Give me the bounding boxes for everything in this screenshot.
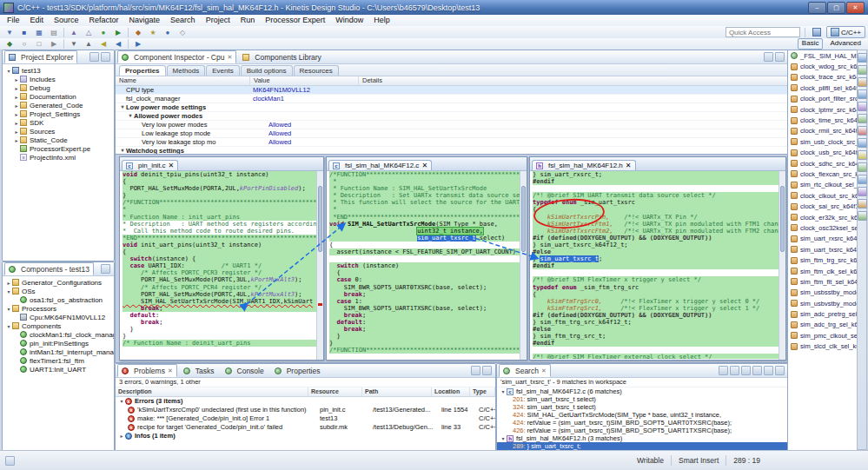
code-line[interactable]: } [329, 333, 520, 340]
search-file-row[interactable]: ▾hfsl_sim_hal_MK64F12.h (3 matches) [497, 434, 788, 442]
components-item[interactable]: UART1:Init_UART [3, 365, 114, 374]
code-line[interactable]: * Call this method code to route desired… [123, 228, 316, 235]
minimize-view-icon[interactable] [764, 52, 773, 62]
code-line[interactable]: SIM_BWR_SOPT5_UART1TXSRC(base, select); [329, 305, 520, 312]
code-line[interactable] [533, 269, 779, 276]
code-line[interactable]: #else [533, 326, 779, 333]
outline-item[interactable]: sim_usbsstby_mode_k64f12_t [788, 288, 857, 298]
components-item[interactable]: ▾OSs [3, 287, 114, 295]
outline-item[interactable]: clock_pllfll_sel_k64f12_t [788, 83, 857, 93]
editor-scrollbar[interactable] [520, 171, 527, 360]
collapsed-twistie-icon[interactable]: ▸ [13, 129, 20, 135]
project-explorer-item[interactable]: ▸Sources [3, 127, 114, 136]
search-match-row[interactable]: 201: sim_uart_txsrc_t select) [497, 395, 788, 403]
code-line[interactable]: { [533, 206, 779, 213]
outline-item[interactable]: clock_sdhc_src_k64f12_t [788, 158, 857, 169]
fast-view-icon-3[interactable] [858, 89, 867, 99]
components-item[interactable]: pin_init:PinSettings [3, 339, 114, 348]
code-line[interactable]: #if (defined(DOXYGEN_OUTPUT) && (DOXYGEN… [533, 312, 779, 319]
build-icon[interactable]: △ [82, 26, 96, 38]
problems-error-row[interactable]: xrecipe for target 'Generated_Code/pin_i… [116, 423, 495, 432]
code-line[interactable]: } sim_uart_txsrc_t; [533, 255, 779, 262]
code-line[interactable]: /*FUNCTION******************************… [329, 347, 520, 354]
tab-console[interactable]: Console [221, 364, 268, 377]
collapsed-twistie-icon[interactable]: ▸ [118, 432, 125, 440]
expanded-twistie-icon[interactable]: ▾ [5, 323, 12, 329]
prev-annotation-icon[interactable]: ▲ [82, 38, 96, 50]
problems-error-row[interactable]: x'kSimUartTxsrcCmp0' undeclared (first u… [116, 406, 495, 414]
outline-item[interactable]: clock_lptmr_src_k64f12_t [788, 104, 857, 115]
project-explorer-item[interactable]: ▸Includes [3, 75, 114, 83]
components-item[interactable]: clockMan1:fsl_clock_manager [3, 330, 114, 339]
expanded-twistie-icon[interactable]: ▾ [500, 435, 507, 441]
fast-view-icon-8[interactable] [858, 150, 867, 160]
code-line[interactable]: } [123, 192, 316, 199]
search-match-row[interactable]: 426: retValue = (sim_uart_txsrc_t)SIM_BR… [497, 427, 788, 434]
pe-components-icon[interactable]: ○ [17, 38, 31, 50]
close-icon[interactable]: ✕ [541, 367, 547, 374]
toggle-mark-occurrences-icon[interactable]: ◇ [176, 26, 189, 38]
search-file-row[interactable]: ▾cfsl_sim_hal_MK64F12.c (6 matches) [497, 387, 788, 395]
inspector-row[interactable]: Very low leakage stop moAllowed [116, 138, 788, 147]
code-line[interactable]: typedef enum _sim_uart_txsrc [533, 199, 779, 206]
code-line[interactable]: PORT_HAL_SetMuxMode(PORTA,2UL,kPortPinDi… [123, 185, 316, 192]
code-line[interactable]: kSimUartTxsrcFtm1, /*!< UARTx_TX pin mod… [533, 221, 779, 228]
collapsed-twistie-icon[interactable]: ▸ [13, 76, 20, 83]
outline-item[interactable]: sim_rtc_clkout_sel_k64f12_t [788, 180, 857, 190]
code-line[interactable]: case UART1_IDX: /* UART1 */ [123, 262, 316, 269]
advanced-mode-button[interactable]: Advanced [825, 38, 865, 50]
code-line[interactable]: typedef enum _sim_ftm_trg_src [533, 284, 779, 291]
view-menu-icon[interactable] [482, 366, 492, 375]
previous-match-icon[interactable] [764, 366, 773, 375]
code-line[interactable]: /* Affects PORTC_PCR3 register */ [123, 269, 316, 276]
inspector-row[interactable]: Low leakage stop modeAllowed [116, 129, 788, 138]
code-line[interactable] [329, 255, 520, 262]
expanded-twistie-icon[interactable]: ▾ [5, 306, 12, 312]
code-line[interactable]: kSimUartTxsrcPin, /*!< UARTx_TX Pin */ [533, 214, 779, 221]
collapsed-twistie-icon[interactable]: ▸ [13, 111, 20, 117]
project-explorer-tab[interactable]: Project Explorer [4, 50, 77, 63]
scrollbar-thumb[interactable] [521, 186, 526, 252]
project-explorer-item[interactable]: ▸Documentation [3, 92, 114, 101]
code-line[interactable]: break; [123, 305, 316, 312]
code-line[interactable]: *END************************************… [123, 235, 316, 242]
inspector-tab[interactable]: Component Inspector - Cpu ✕ [117, 50, 236, 63]
code-line[interactable]: #if (defined(DOXYGEN_OUTPUT) && (DOXYGEN… [533, 235, 779, 242]
code-line[interactable]: #endif [533, 340, 779, 347]
code-line[interactable]: PORT_HAL_SetMuxMode(PORTC,4UL,kPortMuxAl… [123, 291, 316, 298]
code-line[interactable]: /*FUNCTION******************************… [123, 199, 316, 206]
basic-mode-button[interactable]: Basic [798, 38, 824, 50]
close-icon[interactable]: ✕ [168, 367, 173, 374]
outline-item[interactable]: sim_uart_rxsrc_k64f12_t [788, 234, 857, 244]
collapse-all-icon[interactable] [752, 366, 762, 375]
new-file-icon[interactable]: ▼ [3, 26, 17, 38]
menu-navigate[interactable]: Navigate [124, 15, 166, 26]
save-icon[interactable]: ■ [17, 26, 31, 38]
inspector-row[interactable]: ▾Allowed power modes [116, 112, 788, 121]
debug-icon[interactable]: ● [96, 26, 110, 38]
close-button[interactable]: ✕ [846, 2, 865, 14]
fast-view-icon-2[interactable] [858, 77, 867, 87]
fast-view-icon-7[interactable] [858, 138, 867, 148]
outline-item[interactable]: clock_er32k_src_k64f12_t [788, 212, 857, 222]
code-line[interactable]: case 0: [329, 276, 520, 283]
code-line[interactable]: SIM_BWR_SOPT5_UART0TXSRC(base, select); [329, 284, 520, 291]
code-line[interactable]: /*FUNCTION******************************… [329, 171, 520, 178]
components-menu-icon[interactable] [101, 264, 110, 274]
outline-item[interactable]: _FSL_SIM_HAL_MK64F12_H__ [788, 50, 857, 61]
build-all-icon[interactable]: ▲ [67, 26, 81, 38]
collapsed-twistie-icon[interactable]: ▸ [13, 103, 20, 109]
fast-view-icon-1[interactable] [858, 65, 867, 75]
outline-item[interactable]: clock_sai_src_k64f12_t [788, 201, 857, 211]
problems-group-row[interactable]: ▾xErrors (3 items) [116, 397, 495, 406]
code-line[interactable]: assert(instance < FSL_FEATURE_SIM_OPT_UA… [329, 248, 520, 255]
code-line[interactable]: break; [329, 291, 520, 298]
code-line[interactable]: break; [123, 319, 316, 326]
code-line[interactable]: switch (instance) [329, 262, 520, 269]
project-explorer-item[interactable]: ProcessorExpert.pe [3, 144, 114, 153]
code-line[interactable]: kSimFtmTrgSrc0, /*!< FlexTimer x trigger… [533, 298, 779, 305]
components-item[interactable]: ▸Generator_Configurations [3, 278, 114, 287]
menu-processor-expert[interactable]: Processor Expert [260, 15, 330, 26]
problems-group-row[interactable]: ▸iInfos (1 item) [116, 432, 495, 440]
scrollbar-thumb[interactable] [780, 186, 785, 252]
